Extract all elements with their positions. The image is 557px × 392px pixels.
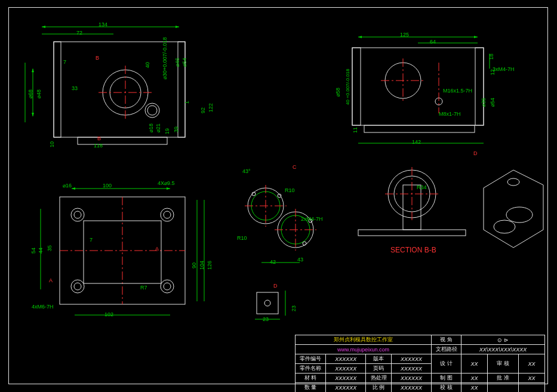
dim-102: 102	[104, 311, 113, 317]
dim-64: 64	[430, 39, 436, 45]
dim-4m6: 4xM6-7H	[32, 304, 54, 310]
company: 郑州贞利模具数控工作室	[334, 337, 393, 342]
dim-3m4: 3xM4-7H	[493, 66, 515, 72]
proj-icon: ⊙ ⊳	[497, 337, 509, 343]
dim-43b: 43	[297, 257, 303, 263]
dim-d16: ⌀16	[63, 183, 72, 189]
svg-point-36	[164, 283, 171, 290]
th-view: 视 角	[432, 335, 461, 345]
dim-142: 142	[412, 139, 421, 145]
dim-134: 134	[99, 21, 107, 27]
dim-d54b: ⌀54	[490, 98, 496, 107]
svg-point-29	[71, 208, 84, 221]
dim-7: 7	[63, 59, 66, 65]
svg-rect-17	[475, 48, 484, 125]
dim-116: 116	[94, 143, 103, 149]
label-b2: B	[97, 135, 101, 141]
dim-35c: 35	[47, 245, 53, 251]
dim-7b: 7	[90, 237, 93, 243]
dim-r34: R34	[417, 184, 427, 190]
dim-d68: ⌀68	[27, 89, 33, 98]
dim-11: 11	[352, 127, 358, 133]
svg-rect-2	[54, 42, 61, 137]
dim-d58: ⌀58	[335, 88, 341, 97]
dim-23: 23	[291, 305, 297, 311]
dim-43deg: 43°	[242, 168, 251, 174]
svg-point-32	[164, 211, 171, 218]
svg-point-10	[147, 106, 157, 115]
svg-point-66	[507, 178, 519, 186]
dim-23b: 23	[263, 316, 269, 322]
dim-d46: ⌀46	[174, 58, 180, 67]
cad-drawing	[0, 0, 557, 392]
dim-126: 126	[207, 261, 213, 270]
svg-rect-18	[364, 125, 475, 132]
dim-90: 90	[191, 263, 197, 268]
section-bb-label: SECTION B-B	[390, 246, 436, 254]
dim-1: 1	[184, 101, 190, 104]
svg-point-34	[74, 283, 81, 290]
svg-rect-15	[352, 48, 484, 125]
dim-r10: R10	[285, 187, 295, 193]
dim-72: 72	[76, 30, 82, 36]
dim-m8: M8x1-7H	[439, 111, 461, 117]
dim-10: 10	[49, 141, 55, 147]
dim-4x95: 4X⌀9.5	[158, 180, 175, 186]
dim-tol: 40 +0.007/-0.018	[345, 69, 350, 105]
dim-92: 92	[200, 107, 206, 113]
dim-d18: ⌀18	[148, 124, 154, 132]
dim-39: 39	[173, 126, 179, 132]
url: www.mujupeixun.com	[337, 347, 389, 353]
dim-33: 33	[72, 85, 78, 91]
svg-point-68	[264, 300, 270, 306]
label-a2: A	[49, 277, 53, 283]
dim-122: 122	[208, 103, 214, 112]
dim-d35: ⌀35	[481, 98, 487, 107]
label-b: B	[96, 55, 99, 61]
svg-point-31	[161, 208, 174, 221]
title-block: 郑州贞利模具数控工作室 视 角 ⊙ ⊳ www.mujupeixun.com 文…	[295, 335, 545, 392]
svg-point-30	[74, 211, 81, 218]
dim-d21: ⌀21	[155, 124, 161, 132]
dim-r7: R7	[140, 285, 147, 291]
th-path: 文档路径	[432, 345, 461, 354]
svg-point-64	[506, 207, 533, 223]
svg-point-35	[161, 280, 174, 293]
dim-d54: ⌀54	[181, 58, 187, 67]
dim-42: 42	[270, 259, 276, 265]
svg-point-65	[494, 220, 515, 233]
dim-44: 44	[38, 248, 44, 254]
dim-54c: 54	[30, 248, 36, 254]
dim-104: 104	[199, 261, 205, 270]
svg-point-33	[71, 280, 84, 293]
dim-m16: M16x1.5-7H	[443, 88, 472, 94]
dim-phi30: ⌀30+0.007/-0.018	[162, 37, 168, 79]
dim-100: 100	[103, 183, 112, 189]
dim-40v: 40	[144, 62, 150, 68]
svg-rect-3	[178, 42, 185, 137]
svg-rect-67	[257, 292, 278, 314]
dim-19: 19	[164, 128, 170, 134]
path: XX\XXX\XXX\XXXX	[479, 347, 527, 353]
label-a: A	[155, 246, 159, 252]
svg-point-56	[303, 242, 306, 245]
dim-r10b: R10	[237, 235, 247, 241]
label-d2: D	[273, 283, 278, 289]
svg-rect-16	[352, 48, 361, 125]
svg-rect-59	[403, 185, 421, 230]
dim-18a: 18	[488, 54, 494, 60]
label-c: C	[293, 164, 297, 170]
dim-2m4: 2xM4-7H	[301, 216, 323, 222]
dim-d48: ⌀48	[36, 89, 42, 98]
dim-125: 125	[400, 32, 409, 38]
svg-rect-4	[78, 137, 167, 144]
svg-rect-58	[358, 230, 466, 236]
label-d: D	[473, 150, 478, 156]
